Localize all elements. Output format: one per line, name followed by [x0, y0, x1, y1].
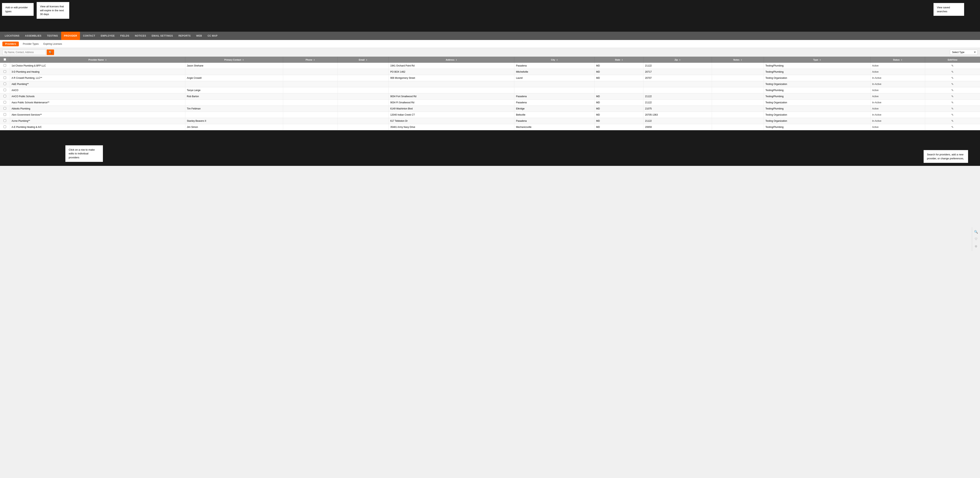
row-checkbox[interactable]	[3, 113, 6, 116]
type-select[interactable]: Select Type	[950, 50, 978, 55]
cell-status: Active	[870, 87, 925, 94]
col-address[interactable]: Address ⇕	[389, 57, 514, 63]
edit-icon[interactable]: ✎	[951, 76, 954, 79]
nav-provider[interactable]: PROVIDER	[61, 32, 80, 40]
row-checkbox-cell[interactable]	[0, 75, 10, 81]
row-checkbox[interactable]	[3, 70, 6, 73]
row-checkbox[interactable]	[3, 83, 6, 85]
select-all-checkbox[interactable]	[3, 58, 6, 61]
provider-types-link[interactable]: Provider Types	[23, 43, 38, 45]
expiring-licenses-link[interactable]: Expiring Licenses	[43, 43, 62, 45]
search-input[interactable]	[2, 49, 46, 55]
nav-reports[interactable]: REPORTS	[176, 32, 193, 40]
edit-icon[interactable]: ✎	[951, 83, 954, 86]
row-checkbox-cell[interactable]	[0, 63, 10, 69]
table-row[interactable]: 1st Choice Plumbing & BFP LLC Jason Sheh…	[0, 63, 980, 69]
cell-edit[interactable]: ✎	[925, 94, 980, 100]
table-row[interactable]: Abbotts Plumbing Tim Feldman 6149 Washin…	[0, 106, 980, 112]
table-row[interactable]: A-E Plumbing Heating & A/C Jim Simon 354…	[0, 124, 980, 130]
edit-icon[interactable]: ✎	[951, 89, 954, 92]
table-row[interactable]: Acme Plumbing** Stanley Beavers II 617 T…	[0, 118, 980, 124]
cell-edit[interactable]: ✎	[925, 69, 980, 75]
col-phone[interactable]: Phone ⇕	[283, 57, 338, 63]
cell-provider-name: AACO Public Schools	[10, 94, 185, 100]
cell-address	[389, 87, 514, 94]
edit-icon[interactable]: ✎	[951, 64, 954, 67]
col-zip[interactable]: Zip ⇕	[643, 57, 712, 63]
cell-city	[514, 87, 595, 94]
col-state[interactable]: State ⇕	[595, 57, 643, 63]
cell-edit[interactable]: ✎	[925, 87, 980, 94]
providers-table: Provider Name ⇕ Primary Contact ⇕ Phone …	[0, 57, 980, 130]
table-row[interactable]: Abm Government Services** 12040 Indian C…	[0, 112, 980, 118]
cell-edit[interactable]: ✎	[925, 124, 980, 130]
row-checkbox-cell[interactable]	[0, 124, 10, 130]
row-checkbox-cell[interactable]	[0, 106, 10, 112]
table-row[interactable]: Aaco Public Schools Maintenance** 9034 F…	[0, 100, 980, 106]
col-primary-contact[interactable]: Primary Contact ⇕	[185, 57, 283, 63]
row-checkbox[interactable]	[3, 76, 6, 79]
row-checkbox[interactable]	[3, 125, 6, 128]
row-checkbox[interactable]	[3, 95, 6, 97]
edit-icon[interactable]: ✎	[951, 125, 954, 129]
edit-icon[interactable]: ✎	[951, 95, 954, 98]
nav-locations[interactable]: LOCATIONS	[2, 32, 22, 40]
col-notes[interactable]: Notes ⇕	[712, 57, 764, 63]
nav-web[interactable]: WEB	[193, 32, 205, 40]
nav-email-settings[interactable]: EMAIL SETTINGS	[149, 32, 176, 40]
row-checkbox-cell[interactable]	[0, 118, 10, 124]
tooltip-saved-text: View saved searches	[937, 6, 950, 13]
cell-city: Pasadena	[514, 100, 595, 106]
nav-cc-map[interactable]: CC MAP	[205, 32, 220, 40]
nav-notices[interactable]: NOTICES	[132, 32, 149, 40]
table-row[interactable]: AACO Tanya Lange Testing/Plumbing Active…	[0, 87, 980, 94]
cell-edit[interactable]: ✎	[925, 81, 980, 87]
edit-icon[interactable]: ✎	[951, 70, 954, 73]
row-checkbox-cell[interactable]	[0, 112, 10, 118]
col-provider-name[interactable]: Provider Name ⇕	[10, 57, 185, 63]
table-row[interactable]: A&E Plumbing** Testing Organization In-A…	[0, 81, 980, 87]
cell-address: 6149 Washinton Blvd	[389, 106, 514, 112]
col-type[interactable]: Type ⇕	[764, 57, 870, 63]
row-checkbox-cell[interactable]	[0, 100, 10, 106]
row-checkbox[interactable]	[3, 107, 6, 110]
row-checkbox-cell[interactable]	[0, 81, 10, 87]
col-selected[interactable]	[0, 57, 10, 63]
table-row[interactable]: AACO Public Schools Rob Barton 9034 Fort…	[0, 94, 980, 100]
row-checkbox[interactable]	[3, 64, 6, 67]
cell-phone	[283, 118, 338, 124]
tooltip-add-provider-text: Add or edit provider types	[5, 6, 28, 13]
nav-assemblies[interactable]: ASSEMBLIES	[22, 32, 44, 40]
nav-employee[interactable]: EMPLOYEE	[98, 32, 118, 40]
edit-icon[interactable]: ✎	[951, 119, 954, 122]
nav-fields[interactable]: FIELDS	[118, 32, 132, 40]
row-checkbox-cell[interactable]	[0, 87, 10, 94]
cell-edit[interactable]: ✎	[925, 100, 980, 106]
nav-contact[interactable]: CONTACT	[80, 32, 98, 40]
cell-zip: 21122	[643, 100, 712, 106]
cell-edit[interactable]: ✎	[925, 112, 980, 118]
table-row[interactable]: A R Crowell Plumbing, LLC** Angie Crowel…	[0, 75, 980, 81]
providers-button[interactable]: Providers	[2, 41, 19, 46]
cell-edit[interactable]: ✎	[925, 118, 980, 124]
col-email[interactable]: Email ⇕	[337, 57, 388, 63]
row-checkbox-cell[interactable]	[0, 94, 10, 100]
sort-city: ⇕	[556, 59, 558, 61]
nav-testing[interactable]: TESTING	[44, 32, 61, 40]
col-city[interactable]: City ⇕	[514, 57, 595, 63]
edit-icon[interactable]: ✎	[951, 107, 954, 110]
col-status[interactable]: Status ⇕	[870, 57, 925, 63]
row-checkbox[interactable]	[3, 119, 6, 122]
cell-edit[interactable]: ✎	[925, 106, 980, 112]
search-button[interactable]: 🔍	[47, 49, 54, 55]
edit-icon[interactable]: ✎	[951, 113, 954, 116]
cell-edit[interactable]: ✎	[925, 75, 980, 81]
table-row[interactable]: 3-D Plumbing and Heating PO BOX 1462 Mit…	[0, 69, 980, 75]
row-checkbox-cell[interactable]	[0, 69, 10, 75]
row-checkbox[interactable]	[3, 89, 6, 91]
cell-state: MD	[595, 112, 643, 118]
row-checkbox[interactable]	[3, 101, 6, 103]
search-left: 🔍	[2, 49, 54, 55]
edit-icon[interactable]: ✎	[951, 101, 954, 104]
cell-edit[interactable]: ✎	[925, 63, 980, 69]
